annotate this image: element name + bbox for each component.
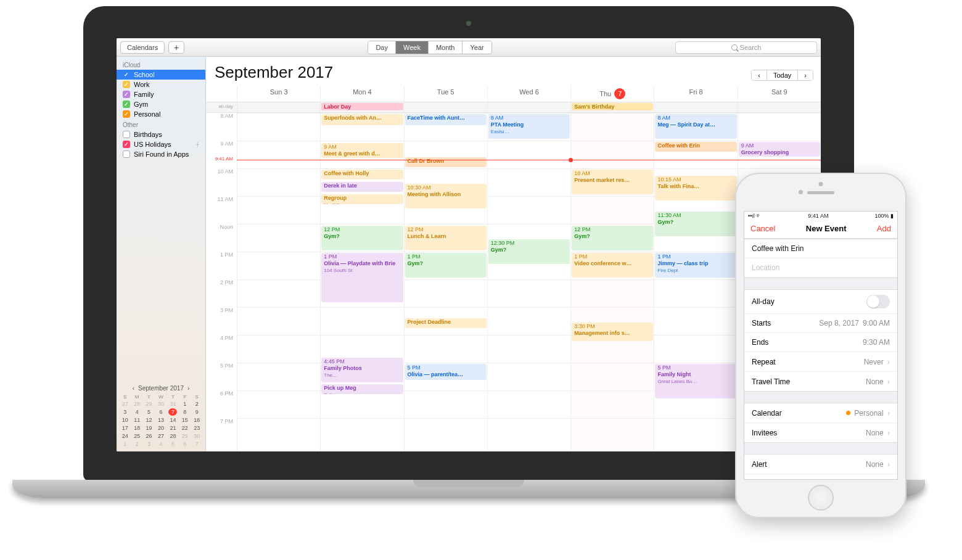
mini-day[interactable]: 10 bbox=[119, 416, 131, 424]
allday-event[interactable]: Sam's Birthday bbox=[572, 103, 653, 110]
mini-day[interactable]: 2 bbox=[191, 400, 203, 408]
calendar-event[interactable]: 1 PM Jimmy — class tripFire Dept bbox=[655, 253, 736, 278]
sidebar-item-birthdays[interactable]: ✓Birthdays bbox=[117, 130, 205, 139]
mini-day[interactable]: 5 bbox=[143, 408, 155, 416]
mini-day[interactable]: 6 bbox=[179, 440, 191, 448]
calendar-event[interactable]: 1 PM Video conference w… bbox=[572, 253, 653, 278]
sidebar-item-family[interactable]: ✓Family bbox=[117, 89, 205, 99]
view-month[interactable]: Month bbox=[429, 41, 463, 54]
mini-prev-button[interactable]: ‹ bbox=[133, 385, 134, 392]
mini-day[interactable]: 16 bbox=[191, 416, 203, 424]
calendar-event[interactable]: Derek in late bbox=[321, 182, 403, 192]
calendar-event[interactable]: 10 AM Present market res… bbox=[572, 170, 653, 194]
mini-day[interactable]: 22 bbox=[179, 424, 191, 432]
calendar-event[interactable]: 10:30 AM Meeting with Allison bbox=[405, 184, 487, 208]
mini-day[interactable]: 26 bbox=[143, 432, 155, 440]
calendar-event[interactable]: Pick up MegBallet… bbox=[321, 384, 403, 394]
mini-day[interactable]: 1 bbox=[119, 440, 131, 448]
calendar-event[interactable]: Coffee with Holly bbox=[321, 170, 403, 179]
row-alert[interactable]: AlertNone› bbox=[744, 455, 897, 474]
mini-day[interactable]: 5 bbox=[167, 440, 179, 448]
calendar-event[interactable]: 4:45 PM Family PhotosThe… bbox=[321, 358, 403, 382]
allday-event[interactable]: Labor Day bbox=[321, 103, 403, 110]
event-title-input[interactable]: Coffee with Erin bbox=[744, 239, 897, 258]
sidebar-item-school[interactable]: ✓School bbox=[117, 70, 205, 80]
mini-day[interactable]: 21 bbox=[167, 424, 179, 432]
calendar-event[interactable]: 12:30 PM Gym? bbox=[488, 239, 570, 264]
calendar-event[interactable]: 9 AM Meet & greet with d… bbox=[321, 143, 403, 158]
row-ends[interactable]: Ends9:30 AM bbox=[744, 333, 897, 352]
allday-toggle[interactable] bbox=[866, 295, 890, 308]
event-location-input[interactable]: Location bbox=[744, 258, 897, 278]
day-column[interactable]: 8 AM Meg — Spirit Day at…Coffee with Eri… bbox=[654, 113, 737, 451]
mini-day[interactable]: 7 bbox=[168, 408, 177, 416]
mini-day[interactable]: 7 bbox=[191, 440, 203, 448]
mini-day[interactable]: 24 bbox=[119, 432, 131, 440]
calendar-event[interactable]: 9 AM Grocery shopping bbox=[739, 142, 820, 157]
view-year[interactable]: Year bbox=[462, 41, 491, 54]
day-column[interactable]: 10 AM Present market res…12 PM Gym?1 PM … bbox=[570, 113, 654, 451]
sidebar-item-work[interactable]: ✓Work bbox=[117, 80, 205, 89]
day-column[interactable]: 8 AM PTA MeetingEastsi…12:30 PM Gym? bbox=[487, 113, 570, 451]
row-allday[interactable]: All-day bbox=[744, 290, 897, 314]
calendar-event[interactable]: 12 PM Gym? bbox=[572, 226, 653, 250]
mini-day[interactable]: 31 bbox=[167, 400, 179, 408]
calendar-event[interactable]: 8 AM PTA MeetingEastsi… bbox=[488, 114, 570, 139]
calendar-event[interactable]: 11:30 AM Gym? bbox=[655, 212, 736, 236]
calendar-event[interactable]: Project Deadline bbox=[405, 318, 487, 328]
mini-day[interactable]: 4 bbox=[155, 440, 166, 448]
mini-next-button[interactable]: › bbox=[187, 385, 189, 392]
calendar-event[interactable]: Call Dr Brown bbox=[405, 157, 487, 167]
mini-day[interactable]: 14 bbox=[167, 416, 179, 424]
calendar-event[interactable]: 3:30 PM Management info s… bbox=[572, 323, 653, 341]
calendar-event[interactable]: 5 PM Olivia — parent/tea… bbox=[405, 364, 487, 380]
calendars-button[interactable]: Calendars bbox=[120, 41, 165, 54]
row-travel[interactable]: Travel TimeNone› bbox=[744, 372, 897, 391]
next-week-button[interactable]: › bbox=[798, 70, 813, 80]
mini-day[interactable]: 18 bbox=[131, 424, 142, 432]
add-event-button[interactable]: + bbox=[168, 41, 184, 54]
mini-day[interactable]: 27 bbox=[119, 400, 131, 408]
calendar-event[interactable]: 10:15 AM Talk with Fina… bbox=[655, 176, 736, 200]
calendar-event[interactable]: RegroupMy Office bbox=[321, 194, 403, 204]
row-invitees[interactable]: InviteesNone› bbox=[744, 423, 897, 442]
mini-day[interactable]: 9 bbox=[191, 408, 203, 416]
mini-day[interactable]: 19 bbox=[143, 424, 155, 432]
mini-day[interactable]: 8 bbox=[179, 408, 191, 416]
mini-day[interactable]: 29 bbox=[179, 432, 191, 440]
calendar-event[interactable]: 1 PM Gym? bbox=[405, 253, 487, 278]
sidebar-item-siri[interactable]: ✓Siri Found in Apps bbox=[117, 149, 205, 159]
view-day[interactable]: Day bbox=[368, 41, 396, 54]
cancel-button[interactable]: Cancel bbox=[750, 224, 775, 233]
mini-day[interactable]: 3 bbox=[143, 440, 155, 448]
add-button[interactable]: Add bbox=[877, 224, 891, 233]
mini-day[interactable]: 28 bbox=[131, 400, 142, 408]
mini-day[interactable]: 15 bbox=[179, 416, 191, 424]
search-input[interactable]: Search bbox=[675, 41, 817, 54]
day-column[interactable] bbox=[237, 113, 320, 451]
mini-day[interactable]: 2 bbox=[131, 440, 142, 448]
mini-day[interactable]: 13 bbox=[155, 416, 166, 424]
calendar-event[interactable]: 1 PM Olivia — Playdate with Brie104 Sout… bbox=[321, 253, 403, 302]
calendar-event[interactable]: 5 PM Family NightGreat Lanes Bo… bbox=[655, 364, 736, 398]
mini-day[interactable]: 11 bbox=[131, 416, 142, 424]
mini-day[interactable]: 27 bbox=[155, 432, 166, 440]
calendar-event[interactable]: 12 PM Gym? bbox=[321, 226, 403, 250]
mini-day[interactable]: 6 bbox=[155, 408, 166, 416]
calendar-event[interactable]: 12 PM Lunch & Learn bbox=[405, 226, 487, 250]
home-button[interactable] bbox=[808, 485, 834, 511]
mini-day[interactable]: 30 bbox=[155, 400, 166, 408]
day-column[interactable]: FaceTime with Aunt…Call Dr Brown10:30 AM… bbox=[404, 113, 487, 451]
mini-day[interactable]: 20 bbox=[155, 424, 166, 432]
prev-week-button[interactable]: ‹ bbox=[752, 70, 767, 80]
mini-day[interactable]: 4 bbox=[131, 408, 142, 416]
mini-day[interactable]: 30 bbox=[191, 432, 203, 440]
mini-day[interactable]: 25 bbox=[131, 432, 142, 440]
sidebar-item-gym[interactable]: ✓Gym bbox=[117, 99, 205, 109]
view-week[interactable]: Week bbox=[396, 41, 429, 54]
mini-day[interactable]: 17 bbox=[119, 424, 131, 432]
row-repeat[interactable]: RepeatNever› bbox=[744, 352, 897, 372]
day-column[interactable]: Superfoods with An…9 AM Meet & greet wit… bbox=[320, 113, 403, 451]
mini-day[interactable]: 28 bbox=[167, 432, 179, 440]
today-button[interactable]: Today bbox=[767, 70, 798, 80]
